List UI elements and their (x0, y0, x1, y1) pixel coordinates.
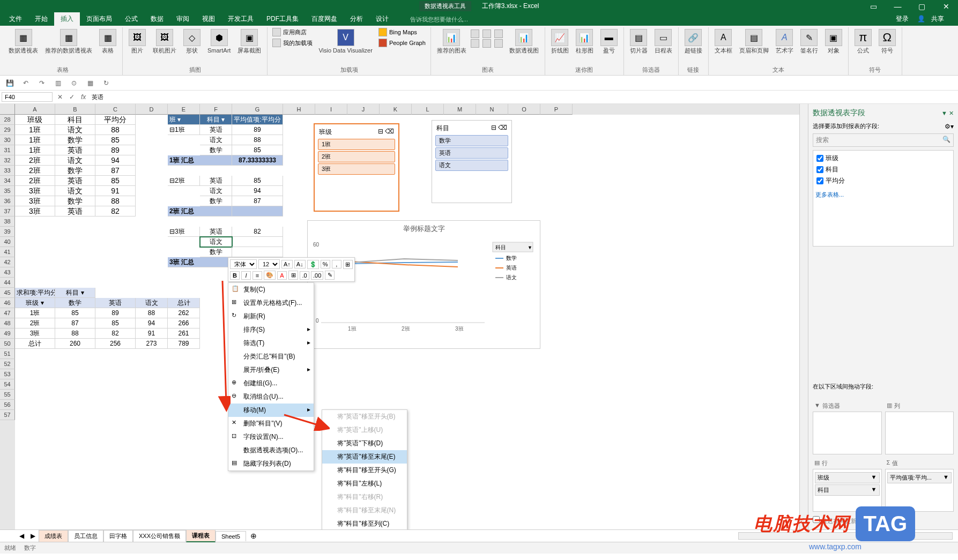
cancel-formula-icon[interactable]: ✕ (54, 93, 66, 101)
format-painter-button[interactable]: ✎ (325, 271, 335, 280)
col-header[interactable]: O (508, 104, 540, 115)
row-header[interactable]: 54 (0, 379, 15, 390)
smartart-button[interactable]: ⬢SmartArt (205, 27, 233, 55)
ribbon-display-options[interactable]: ▭ (862, 0, 886, 12)
maximize-button[interactable]: ▢ (910, 0, 934, 12)
tab-design[interactable]: 设计 (369, 12, 395, 26)
qat-button[interactable]: ▥ (53, 78, 63, 88)
sheet-nav-prev[interactable]: ◀ (16, 532, 27, 540)
slicer-item[interactable]: 3班 (318, 163, 395, 175)
row-header[interactable]: 39 (0, 227, 15, 237)
col-header[interactable]: G (232, 104, 283, 115)
cell[interactable]: 273 (136, 339, 168, 349)
cell[interactable]: 87 (232, 196, 283, 206)
menu-item[interactable]: 筛选(T)▸ (228, 337, 314, 350)
comma-button[interactable]: , (332, 260, 341, 268)
border-button[interactable]: ⊞ (288, 271, 298, 280)
menu-item[interactable]: ⊞设置单元格格式(F)... (228, 296, 314, 310)
wordart-button[interactable]: A艺术字 (773, 27, 796, 55)
row-header[interactable]: 41 (0, 247, 15, 257)
sparkline-winloss-button[interactable]: ▬盈亏 (598, 27, 620, 55)
cell[interactable]: 789 (168, 339, 200, 349)
cell[interactable]: 总计 (15, 339, 55, 349)
columns-area[interactable] (885, 412, 954, 454)
slicer-item[interactable]: 数学 (435, 135, 508, 146)
decimal-dec-button[interactable]: .00 (311, 271, 323, 280)
menu-item[interactable]: 排序(S)▸ (228, 323, 314, 337)
menu-item[interactable]: 移动(M)▸ (228, 404, 314, 417)
cell[interactable]: 82 (232, 227, 283, 237)
tab-review[interactable]: 审阅 (170, 12, 196, 26)
visio-button[interactable]: VVisio Data Visualizer (316, 27, 375, 55)
sheet-nav-next[interactable]: ▶ (27, 532, 39, 540)
cell[interactable]: 262 (168, 308, 200, 318)
row-header[interactable]: 29 (0, 125, 15, 135)
cell[interactable]: 88 (95, 196, 136, 206)
align-button[interactable]: ≡ (253, 271, 262, 280)
cell[interactable]: 2班 (15, 176, 55, 186)
chart-type-icon[interactable] (494, 39, 503, 48)
cell[interactable]: 班级 ▾ (15, 298, 55, 308)
cell[interactable]: 3班 (15, 196, 55, 206)
cell[interactable]: 数学 (200, 247, 232, 257)
cell[interactable]: 266 (168, 318, 200, 328)
picture-button[interactable]: 🖼图片 (126, 27, 148, 55)
row-header[interactable]: 52 (0, 359, 15, 369)
cell[interactable]: 1班 汇总 (168, 155, 232, 166)
cell[interactable]: ⊟1班 (168, 125, 200, 135)
peoplegraph-button[interactable]: People Graph (377, 38, 427, 48)
login-link[interactable]: 登录 (892, 12, 913, 26)
cell[interactable]: 89 (95, 145, 136, 155)
tab-developer[interactable]: 开发工具 (221, 12, 260, 26)
font-select[interactable]: 宋体 (230, 259, 257, 269)
cell[interactable]: 英语 (95, 298, 136, 308)
cell[interactable]: 英语 (200, 125, 232, 135)
slicer-class[interactable]: 班级⊟ ⌫ 1班 2班 3班 (314, 123, 399, 212)
col-header[interactable]: N (476, 104, 508, 115)
name-box[interactable] (2, 92, 53, 102)
tab-baidu[interactable]: 百度网盘 (305, 12, 344, 26)
col-header[interactable]: D (136, 104, 168, 115)
cell[interactable]: 科目 ▾ (55, 288, 95, 298)
row-header[interactable]: 48 (0, 318, 15, 328)
col-header[interactable]: B (55, 104, 95, 115)
cell[interactable]: 85 (95, 135, 136, 145)
format-button[interactable]: ⊞ (343, 260, 353, 269)
sparkline-line-button[interactable]: 📈折线图 (548, 27, 571, 55)
fill-color-button[interactable]: 🎨 (264, 271, 276, 280)
cell[interactable]: 平均值项:平均分 (232, 115, 283, 125)
tab-analyze[interactable]: 分析 (344, 12, 369, 26)
cell[interactable]: 88 (136, 308, 168, 318)
cell[interactable]: 数学 (55, 166, 95, 176)
cell[interactable]: 1班 (15, 308, 55, 318)
sheet-tab[interactable]: 员工信息 (68, 530, 103, 542)
cell[interactable]: 88 (95, 125, 136, 135)
chart-type-icon[interactable] (471, 29, 479, 38)
tab-formulas[interactable]: 公式 (118, 12, 144, 26)
row-header[interactable]: 49 (0, 328, 15, 339)
enter-formula-icon[interactable]: ✓ (66, 93, 78, 101)
vertical-scrollbar[interactable] (799, 104, 808, 529)
menu-item[interactable]: ▤隐藏字段列表(D) (228, 457, 314, 471)
undo-button[interactable]: ↶ (20, 78, 31, 88)
slicer-item[interactable]: 英语 (435, 147, 508, 159)
rows-area[interactable]: 班级▼ 科目▼ (813, 469, 882, 512)
bold-button[interactable]: B (230, 271, 240, 280)
cell[interactable]: 89 (95, 308, 136, 318)
pivot-chart[interactable]: 举例标题文字 60 0 1班 2班 3班 科目 ▼ 数学 英语 语文 (307, 220, 540, 349)
cell[interactable]: 数学 (55, 196, 95, 206)
cell[interactable]: ⊟2班 (168, 176, 200, 186)
cell[interactable]: 3班 汇总 (168, 257, 232, 267)
qat-button[interactable]: ↻ (101, 78, 112, 88)
field-tag[interactable]: 班级▼ (815, 472, 880, 483)
tab-layout[interactable]: 页面布局 (80, 12, 118, 26)
menu-item[interactable]: ✕删除"科目"(V) (228, 417, 314, 430)
spreadsheet-grid[interactable]: ABCDEFGHIJKLMNOP 28293031323334353637383… (0, 104, 808, 529)
shrink-font-button[interactable]: A↓ (294, 260, 306, 268)
filter-area[interactable] (813, 412, 882, 454)
row-header[interactable]: 43 (0, 267, 15, 278)
sheet-tab[interactable]: 田字格 (103, 530, 133, 542)
currency-button[interactable]: 💲 (307, 260, 319, 269)
cell[interactable]: 1班 (15, 135, 55, 145)
field-checkbox[interactable]: 平均分 (815, 175, 951, 186)
